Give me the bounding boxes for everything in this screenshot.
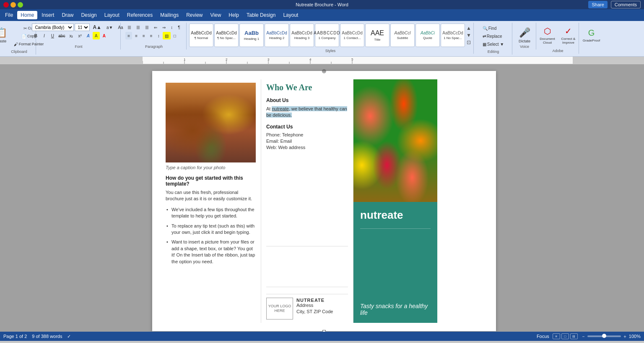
menu-draw[interactable]: Draw: [58, 11, 77, 19]
bold-button[interactable]: B: [32, 32, 39, 39]
minimize-button[interactable]: [10, 2, 16, 8]
logo-box[interactable]: YOUR LOGO HERE: [266, 298, 293, 319]
zoom-out-button[interactable]: －: [581, 333, 586, 340]
empty-space[interactable]: [266, 250, 348, 283]
dictate-button[interactable]: 🎤 Dictate: [515, 24, 534, 47]
about-text[interactable]: At nutreate, we believe that healthy can…: [266, 106, 348, 119]
style-normal[interactable]: AaBbCcDd ¶ Normal: [189, 24, 213, 47]
photo-caption[interactable]: Type a caption for your photo: [166, 165, 256, 170]
question-heading[interactable]: How do you get started with this templat…: [166, 175, 256, 187]
text-effects-button[interactable]: A: [85, 32, 92, 39]
numbering-button[interactable]: ☰: [134, 24, 142, 31]
style-title[interactable]: AAE Title: [365, 24, 390, 47]
subscript-button[interactable]: x₂: [67, 32, 75, 39]
zoom-in-button[interactable]: ＋: [623, 333, 627, 340]
shading-button[interactable]: ▧: [163, 32, 171, 39]
document-area[interactable]: ⊕ Type a caption for your photo How do y…: [0, 64, 644, 332]
bullet-item-1[interactable]: We've included a few tips throughout the…: [166, 207, 256, 220]
resize-handle[interactable]: [322, 330, 326, 332]
flower-photo[interactable]: [353, 79, 437, 202]
style-heading1[interactable]: AaBb Heading 1: [239, 24, 264, 47]
brand-name[interactable]: nutreate: [360, 209, 431, 222]
borders-button[interactable]: □: [171, 32, 178, 39]
menu-view[interactable]: View: [207, 11, 225, 19]
maximize-button[interactable]: [18, 2, 23, 8]
find-button[interactable]: 🔍 Find: [480, 24, 506, 32]
line-spacing-button[interactable]: ↕: [156, 32, 162, 39]
style-no-spacing[interactable]: AaBbCcDd ¶ No Spac...: [214, 24, 239, 47]
close-button[interactable]: [3, 2, 9, 8]
bullet-item-3[interactable]: Want to insert a picture from your files…: [166, 239, 256, 265]
superscript-button[interactable]: x²: [76, 32, 83, 39]
italic-button[interactable]: I: [40, 32, 48, 39]
text-highlight-button[interactable]: A: [93, 32, 100, 39]
about-heading[interactable]: About Us: [266, 97, 348, 103]
menu-insert[interactable]: Insert: [38, 11, 57, 19]
increase-indent-button[interactable]: ⇒: [160, 24, 168, 31]
kitchen-photo[interactable]: [166, 83, 256, 162]
font-shrink-button[interactable]: a▼: [104, 24, 115, 31]
select-button[interactable]: ▦ Select ▼: [480, 40, 506, 48]
proofing-icon[interactable]: ✓: [67, 334, 71, 339]
underline-button[interactable]: U: [49, 32, 56, 39]
font-color-button[interactable]: A: [101, 32, 108, 39]
address-line[interactable]: Address: [296, 303, 333, 308]
paste-button[interactable]: 📋 Paste: [0, 24, 11, 47]
brand-link[interactable]: nutreate: [272, 106, 288, 111]
correct-improve-button[interactable]: ✓ Correct & Improve: [558, 24, 579, 47]
style-contact[interactable]: AaBbCcDd 1 Contact...: [340, 24, 364, 47]
menu-table-design[interactable]: Table Design: [243, 11, 279, 19]
style-heading2[interactable]: AaBbCcDd Heading 2: [265, 24, 289, 47]
center-button[interactable]: ≡: [133, 32, 140, 39]
menu-review[interactable]: Review: [183, 11, 206, 19]
show-marks-button[interactable]: ¶: [176, 24, 182, 31]
city-line[interactable]: City, ST ZIP Code: [296, 309, 333, 314]
style-quote[interactable]: AaBbCi Quote: [415, 24, 440, 47]
menu-help[interactable]: Help: [225, 11, 242, 19]
style-no-space2[interactable]: AaBbCcDd 1 No Spac...: [441, 24, 465, 47]
bullet-item-2[interactable]: To replace any tip text (such as this) w…: [166, 223, 256, 236]
font-size-select[interactable]: 11: [75, 24, 90, 31]
menu-design[interactable]: Design: [78, 11, 100, 19]
align-right-button[interactable]: ≡: [140, 32, 147, 39]
print-layout-button[interactable]: ≡: [553, 333, 560, 339]
email-item[interactable]: Email: Email: [266, 139, 348, 144]
menu-references[interactable]: References: [124, 11, 156, 19]
multilevel-button[interactable]: ☰: [143, 24, 151, 31]
menu-file[interactable]: File: [2, 11, 16, 19]
font-name-select[interactable]: Cambria (Body): [32, 24, 74, 31]
style-subtitle[interactable]: AaBbCcl Subtitle: [390, 24, 415, 47]
web-layout-button[interactable]: □: [561, 333, 569, 339]
style-company[interactable]: AABBCCDD 1 Company: [315, 24, 339, 47]
comments-button[interactable]: Comments: [611, 1, 641, 8]
question-body[interactable]: You can use this fresh, professional bro…: [166, 189, 256, 202]
position-handle[interactable]: ⊕: [322, 68, 327, 74]
company-name[interactable]: NUTREATE: [296, 298, 333, 303]
contact-heading[interactable]: Contact Us: [266, 124, 348, 130]
zoom-thumb[interactable]: [602, 334, 606, 338]
align-left-button[interactable]: ≡: [125, 32, 132, 39]
strikethrough-button[interactable]: abc: [57, 32, 66, 39]
document-cloud-button[interactable]: ⬡ Document Cloud: [538, 24, 558, 47]
decrease-indent-button[interactable]: ⇐: [152, 24, 159, 31]
main-title[interactable]: Who We Are: [266, 83, 348, 92]
zoom-slider[interactable]: [587, 335, 621, 337]
focus-label[interactable]: Focus: [537, 334, 549, 339]
gradeproof-button[interactable]: G GradeProof: [582, 24, 601, 47]
font-grow-button[interactable]: A▲: [91, 24, 104, 31]
styles-scroll-button[interactable]: ▲▼⊡: [466, 24, 472, 47]
web-item[interactable]: Web: Web address: [266, 145, 348, 150]
tagline[interactable]: Tasty snacks for a healthy life: [360, 303, 431, 316]
menu-layout2[interactable]: Layout: [280, 11, 301, 19]
bullets-button[interactable]: ☰: [125, 24, 133, 31]
share-button[interactable]: Share: [588, 1, 607, 8]
phone-item[interactable]: Phone: Telephone: [266, 132, 348, 137]
menu-layout[interactable]: Layout: [101, 11, 123, 19]
menu-home[interactable]: Home: [17, 11, 37, 19]
menu-mailings[interactable]: Mailings: [157, 11, 182, 19]
replace-button[interactable]: ⇄ Replace: [480, 32, 506, 40]
sort-button[interactable]: ↕: [169, 24, 175, 31]
justify-button[interactable]: ≡: [148, 32, 155, 39]
style-heading3[interactable]: AaBbCcDd Heading 3: [290, 24, 314, 47]
read-mode-button[interactable]: ⊟: [570, 333, 578, 339]
